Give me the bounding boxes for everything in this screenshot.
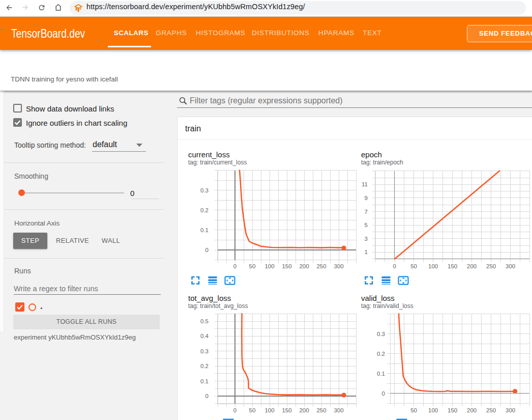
svg-text:0.4: 0.4 [200,333,209,339]
svg-text:100: 100 [428,263,438,269]
svg-text:250: 250 [486,407,496,413]
svg-text:250: 250 [316,407,326,413]
svg-text:300: 300 [506,407,515,413]
svg-text:250: 250 [316,263,326,269]
svg-text:0: 0 [382,390,385,397]
svg-text:50: 50 [249,407,256,413]
svg-text:300: 300 [506,263,515,269]
svg-text:0: 0 [233,263,237,269]
svg-text:1: 1 [365,249,368,255]
svg-text:0: 0 [205,393,209,399]
svg-text:0.2: 0.2 [200,363,209,369]
svg-text:50: 50 [249,263,256,269]
svg-text:0: 0 [205,247,209,253]
svg-text:3: 3 [365,236,368,242]
svg-text:0.1: 0.1 [200,227,209,233]
svg-text:100: 100 [428,407,438,413]
svg-text:5: 5 [365,222,368,228]
svg-text:0.3: 0.3 [200,187,209,193]
svg-text:300: 300 [334,263,343,269]
svg-text:0.2: 0.2 [200,207,209,213]
svg-text:0: 0 [393,263,396,269]
svg-text:7: 7 [365,209,368,215]
svg-text:200: 200 [467,407,477,413]
svg-text:11: 11 [362,181,368,187]
svg-text:300: 300 [334,407,343,413]
svg-text:200: 200 [299,407,309,413]
svg-text:0.3: 0.3 [377,331,385,337]
svg-text:50: 50 [410,263,417,269]
svg-text:0: 0 [233,407,237,413]
svg-text:200: 200 [467,263,477,269]
svg-text:9: 9 [365,195,368,201]
svg-text:0.5: 0.5 [200,318,209,324]
svg-text:0.3: 0.3 [200,348,209,354]
svg-text:250: 250 [486,263,496,269]
svg-text:150: 150 [448,263,457,269]
svg-text:150: 150 [448,407,457,413]
svg-text:0.1: 0.1 [377,371,385,377]
svg-text:150: 150 [282,263,291,269]
svg-text:0.2: 0.2 [377,351,385,357]
svg-text:0.1: 0.1 [200,378,209,384]
svg-text:200: 200 [299,263,309,269]
svg-text:150: 150 [282,407,291,413]
svg-text:100: 100 [264,263,274,269]
svg-text:50: 50 [410,407,417,413]
svg-text:100: 100 [264,407,274,413]
